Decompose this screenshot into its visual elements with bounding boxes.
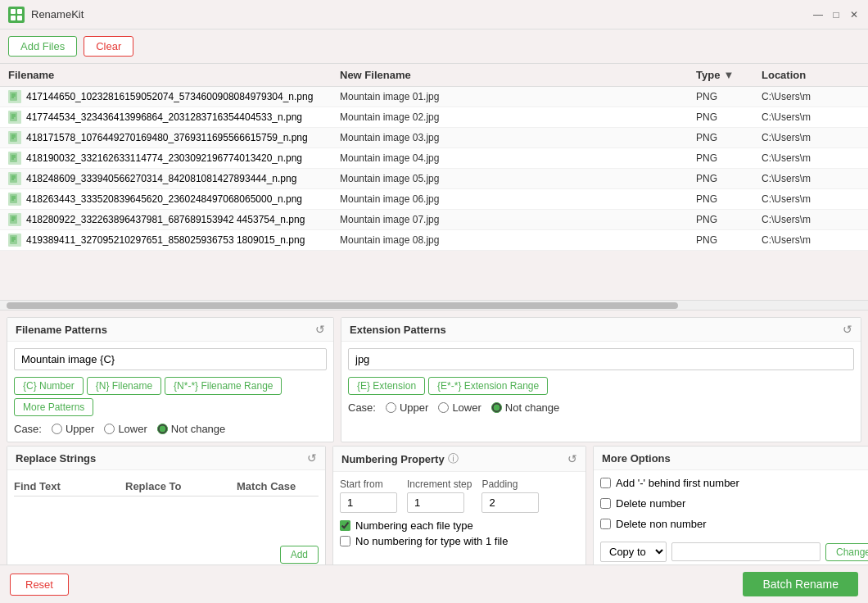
table-row[interactable]: 418190032_332162633114774_23030921967740… <box>0 148 868 169</box>
numbering-property-panel: Numbering Property ⓘ ↺ Start from Increm… <box>332 446 586 564</box>
file-cell-new-filename: Mountain image 08.jpg <box>340 234 696 246</box>
file-icon <box>8 152 21 165</box>
replace-strings-title: Replace Strings <box>16 452 96 465</box>
extension-case-notchange[interactable]: Not change <box>491 401 560 414</box>
replace-strings-header: Replace Strings ↺ <box>7 447 325 470</box>
copy-to-select[interactable]: Copy to Move to <box>600 542 667 562</box>
extension-pattern-btn[interactable]: {E} Extension <box>348 377 425 395</box>
filename-case-row: Case: Upper Lower Not change <box>14 423 327 435</box>
minimize-button[interactable]: — <box>812 9 824 20</box>
table-row[interactable]: 417744534_323436413996864_20312837163544… <box>0 107 868 128</box>
padding-input[interactable] <box>481 492 539 513</box>
file-cell-filename: 417144650_10232816159052074_573460090808… <box>8 90 340 103</box>
delete-non-number-check[interactable] <box>600 519 611 529</box>
add-behind-first-check[interactable] <box>600 478 611 488</box>
numbering-property-refresh-icon[interactable]: ↺ <box>567 452 577 465</box>
filename-patterns-refresh-icon[interactable]: ↺ <box>315 323 325 336</box>
file-cell-location: C:\Users\m <box>762 173 860 184</box>
extension-pattern-buttons: {E} Extension{E*-*} Extension Range <box>348 377 854 395</box>
numbering-each-file-type-check[interactable] <box>340 520 350 531</box>
file-cell-filename: 418248609_333940566270314_84208108142789… <box>8 172 340 185</box>
change-button[interactable]: Change <box>825 543 868 561</box>
batch-rename-button[interactable]: Batch Rename <box>743 572 858 596</box>
numbering-info-icon[interactable]: ⓘ <box>448 451 459 466</box>
extension-case-lower[interactable]: Lower <box>438 401 481 414</box>
file-cell-location: C:\Users\m <box>762 214 860 225</box>
file-cell-new-filename: Mountain image 05.jpg <box>340 173 696 184</box>
file-cell-filename: 419389411_327095210297651_858025936753 1… <box>8 233 340 247</box>
copy-to-row: Copy to Move to Change <box>600 542 868 562</box>
no-numbering-checkbox[interactable]: No numbering for type with 1 file <box>340 535 579 547</box>
window-controls: — □ ✕ <box>812 9 860 20</box>
app-logo <box>8 7 25 23</box>
increment-step-group: Increment step <box>407 478 472 513</box>
replace-strings-refresh-icon[interactable]: ↺ <box>307 451 317 465</box>
extension-pattern-btn[interactable]: {E*-*} Extension Range <box>428 377 548 395</box>
file-icon <box>8 213 21 226</box>
extension-case-row: Case: Upper Lower Not change <box>348 401 854 414</box>
table-row[interactable]: 417144650_10232816159052074_573460090808… <box>0 87 868 107</box>
filename-patterns-panel: Filename Patterns ↺ {C} Number{N} Filena… <box>7 317 334 442</box>
filename-pattern-btn[interactable]: {N} Filename <box>87 377 161 395</box>
reset-button[interactable]: Reset <box>10 574 69 596</box>
horizontal-scrollbar[interactable] <box>0 301 868 311</box>
replace-table-header: Find Text Replace To Match Case <box>14 477 319 496</box>
header-location: Location <box>762 69 860 81</box>
titlebar: RenameKit — □ ✕ <box>0 0 868 29</box>
delete-number-check[interactable] <box>600 498 611 509</box>
header-new-filename: New Filename <box>340 69 696 81</box>
close-button[interactable]: ✕ <box>848 9 860 20</box>
header-filename: Filename <box>8 69 340 81</box>
delete-non-number-checkbox[interactable]: Delete non number <box>600 518 868 530</box>
table-row[interactable]: 418263443_333520839645620_23602484970680… <box>0 189 868 210</box>
file-cell-type: PNG <box>696 214 762 225</box>
extension-pattern-input[interactable] <box>348 348 854 370</box>
copy-to-path-input[interactable] <box>671 542 821 561</box>
table-row[interactable]: 418248609_333940566270314_84208108142789… <box>0 169 868 189</box>
table-row[interactable]: 418280922_332263896437981_687689153942 4… <box>0 210 868 230</box>
numbering-property-body: Start from Increment step Padding Number… <box>333 472 585 564</box>
padding-group: Padding <box>481 478 539 513</box>
filename-pattern-btn[interactable]: {N*-*} Filename Range <box>165 377 282 395</box>
file-cell-type: PNG <box>696 193 762 205</box>
more-options-title: More Options <box>602 452 671 465</box>
filename-pattern-buttons: {C} Number{N} Filename{N*-*} Filename Ra… <box>14 377 327 416</box>
file-cell-new-filename: Mountain image 02.jpg <box>340 111 696 123</box>
increment-step-input[interactable] <box>407 492 464 513</box>
file-cell-type: PNG <box>696 111 762 123</box>
delete-number-checkbox[interactable]: Delete number <box>600 497 868 510</box>
file-table-body: 417144650_10232816159052074_573460090808… <box>0 87 868 300</box>
extension-patterns-refresh-icon[interactable]: ↺ <box>843 323 852 336</box>
file-cell-filename: 417744534_323436413996864_20312837163544… <box>8 111 340 124</box>
add-files-button[interactable]: Add Files <box>8 36 77 57</box>
filename-pattern-btn[interactable]: {C} Number <box>14 377 84 395</box>
filename-case-notchange[interactable]: Not change <box>157 423 226 435</box>
filter-icon[interactable]: ▼ <box>723 69 734 81</box>
table-row[interactable]: 418171578_1076449270169480_3769311695566… <box>0 128 868 148</box>
replace-strings-body: Find Text Replace To Match Case Add <box>7 470 325 564</box>
filename-pattern-input[interactable] <box>14 348 327 370</box>
start-from-input[interactable] <box>340 492 397 513</box>
add-behind-first-checkbox[interactable]: Add '-' behind first number <box>600 477 868 489</box>
no-numbering-check[interactable] <box>340 536 350 546</box>
numbering-each-file-type-checkbox[interactable]: Numbering each file type <box>340 519 579 532</box>
file-cell-filename: 418280922_332263896437981_687689153942 4… <box>8 213 340 226</box>
numbering-property-title: Numbering Property <box>341 453 445 465</box>
file-cell-location: C:\Users\m <box>762 91 860 102</box>
numbering-each-file-type-label: Numbering each file type <box>355 519 473 532</box>
file-icon <box>8 193 21 206</box>
filename-case-lower[interactable]: Lower <box>104 423 147 435</box>
numbering-fields: Start from Increment step Padding <box>340 478 579 513</box>
scrollbar-thumb[interactable] <box>7 302 678 309</box>
add-replace-button[interactable]: Add <box>280 546 319 564</box>
table-header: Filename New Filename Type ▼ Location <box>0 64 868 87</box>
filename-pattern-btn[interactable]: More Patterns <box>14 398 93 416</box>
clear-button[interactable]: Clear <box>84 36 133 57</box>
footer: Reset Batch Rename <box>0 564 868 603</box>
file-cell-location: C:\Users\m <box>762 111 860 123</box>
bottom-area: Filename Patterns ↺ {C} Number{N} Filena… <box>0 311 868 564</box>
maximize-button[interactable]: □ <box>830 9 842 20</box>
extension-case-upper[interactable]: Upper <box>386 401 428 414</box>
filename-case-upper[interactable]: Upper <box>52 423 94 435</box>
table-row[interactable]: 419389411_327095210297651_858025936753 1… <box>0 230 868 251</box>
